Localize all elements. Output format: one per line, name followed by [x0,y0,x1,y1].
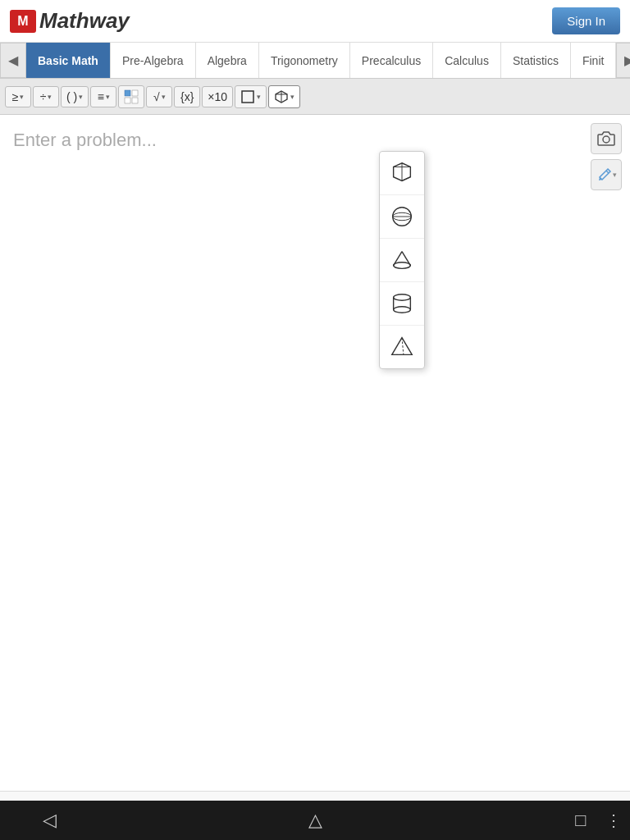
shape-cone[interactable] [380,239,424,282]
sci-notation-btn[interactable]: ×10 [202,86,233,107]
inequality-btn[interactable]: ≥▾ [5,86,31,107]
tetrahedron-icon [389,334,415,360]
back-button[interactable]: ◁ [33,804,66,837]
logo-text: Mathway [39,8,130,34]
square-shape-icon [240,89,255,104]
brackets-btn[interactable]: ( )▾ [61,86,89,107]
camera-button[interactable] [591,123,622,154]
toolbar: ≥▾ ÷▾ ( )▾ ≡▾ √▾ {x} ×10 [0,79,630,115]
svg-point-20 [394,294,411,301]
shape-tetrahedron[interactable] [380,326,424,368]
shape-cylinder[interactable] [380,282,424,326]
cube-icon [389,160,415,186]
svg-point-21 [394,307,411,313]
nav-tabs: ◀ Basic Math Pre-Algebra Algebra Trigono… [0,43,630,79]
tab-pre-algebra[interactable]: Pre-Algebra [111,43,196,78]
tab-finit[interactable]: Finit [571,43,616,78]
division-btn[interactable]: ÷▾ [33,86,59,107]
tab-algebra[interactable]: Algebra [196,43,259,78]
variable-btn[interactable]: {x} [174,86,200,107]
svg-line-19 [402,252,410,266]
main-content: Enter a problem... ▾ [0,115,630,791]
sphere-icon [389,203,415,230]
shape-3d-btn[interactable]: ▾ [268,85,300,108]
pen-button[interactable]: ▾ [591,159,622,190]
svg-rect-3 [132,98,138,103]
sqrt-btn[interactable]: √▾ [146,86,172,107]
matrix-btn[interactable]: ≡▾ [90,86,116,107]
grid-icon [124,89,139,104]
svg-rect-2 [125,98,130,103]
pen-icon [596,167,613,183]
tab-trigonometry[interactable]: Trigonometry [259,43,350,78]
sign-in-button[interactable]: Sign In [552,7,620,34]
grid-btn[interactable] [118,85,144,108]
cone-icon [389,247,415,273]
svg-line-13 [402,177,410,181]
shape-dropdown [379,151,425,369]
android-menu-button[interactable]: ⋮ [605,810,622,830]
header: M Mathway Sign In [0,0,630,43]
camera-icon [597,130,615,147]
logo-icon: M [10,10,36,33]
recent-button[interactable]: □ [564,804,597,837]
tab-basic-math[interactable]: Basic Math [26,43,111,78]
problem-input[interactable]: Enter a problem... [0,115,630,180]
logo: M Mathway [10,8,130,34]
tab-precalculus[interactable]: Precalculus [350,43,433,78]
svg-rect-1 [132,90,138,96]
svg-point-17 [394,262,411,269]
svg-rect-0 [125,90,130,96]
svg-line-9 [606,171,609,173]
shape-cube[interactable] [380,152,424,195]
tab-statistics[interactable]: Statistics [501,43,571,78]
nav-left-arrow[interactable]: ◀ [0,43,26,78]
shape-sphere[interactable] [380,195,424,239]
android-nav: ◁ △ □ ⋮ [0,801,630,840]
svg-line-18 [394,252,402,266]
svg-marker-24 [392,338,412,355]
tab-calculus[interactable]: Calculus [433,43,501,78]
home-button[interactable]: △ [299,804,331,837]
cube-small-icon [274,89,289,104]
svg-rect-4 [242,91,253,103]
nav-right-arrow[interactable]: ▶ [616,43,630,78]
cylinder-icon [389,290,415,317]
svg-point-8 [603,136,609,143]
shape-square-btn[interactable]: ▾ [235,85,267,108]
side-buttons: ▾ [591,123,622,190]
